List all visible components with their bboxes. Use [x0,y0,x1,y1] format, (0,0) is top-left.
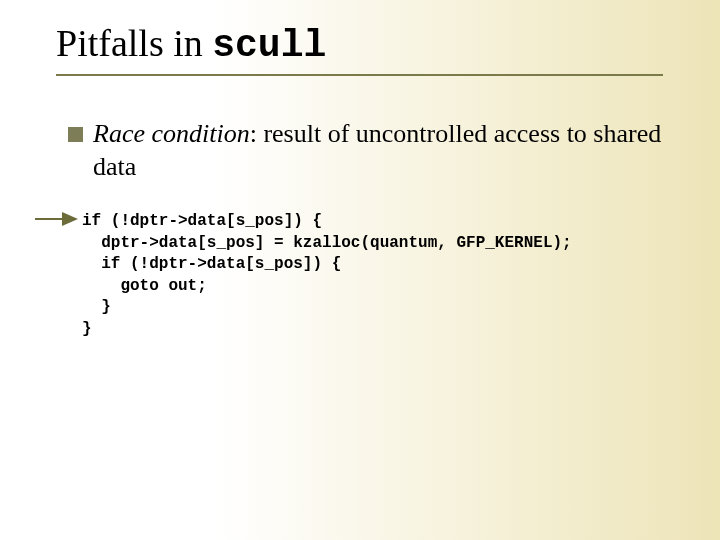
title-underline [56,74,663,76]
slide-title: Pitfalls in scull [56,22,680,68]
code-line: } [82,298,111,316]
bullet-item: Race condition: result of uncontrolled a… [68,118,672,183]
title-block: Pitfalls in scull [56,22,680,76]
arrow-right-icon [34,207,78,231]
code-lines: if (!dptr->data[s_pos]) { dptr->data[s_p… [82,211,672,341]
bullet-term: Race condition [93,119,250,148]
bullet-text: Race condition: result of uncontrolled a… [93,118,672,183]
code-line: } [82,320,92,338]
code-line: if (!dptr->data[s_pos]) { [82,212,322,230]
code-line: if (!dptr->data[s_pos]) { [82,255,341,273]
bullet-square-icon [68,127,83,142]
code-block: if (!dptr->data[s_pos]) { dptr->data[s_p… [68,211,672,341]
title-mono: scull [212,24,326,67]
title-prefix: Pitfalls in [56,22,212,64]
slide-body: Race condition: result of uncontrolled a… [68,118,672,341]
slide: Pitfalls in scull Race condition: result… [0,0,720,540]
code-line: dptr->data[s_pos] = kzalloc(quantum, GFP… [82,234,572,252]
svg-marker-1 [62,212,78,226]
code-line: goto out; [82,277,207,295]
